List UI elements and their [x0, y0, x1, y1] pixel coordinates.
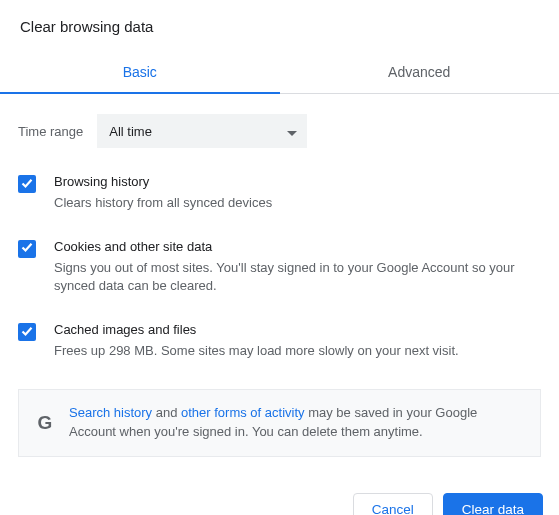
dialog-title: Clear browsing data: [0, 0, 559, 51]
option-text: Browsing history Clears history from all…: [54, 174, 541, 213]
notice-text: Search history and other forms of activi…: [69, 404, 524, 442]
option-browsing-history: Browsing history Clears history from all…: [18, 174, 541, 239]
link-search-history[interactable]: Search history: [69, 405, 152, 420]
option-desc: Signs you out of most sites. You'll stay…: [54, 259, 541, 297]
chevron-down-icon: [287, 124, 297, 139]
clear-data-button[interactable]: Clear data: [443, 493, 543, 515]
dialog-actions: Cancel Clear data: [0, 457, 559, 515]
option-title: Browsing history: [54, 174, 541, 191]
google-logo-icon: G: [35, 412, 55, 434]
check-icon: [20, 324, 34, 341]
option-desc: Frees up 298 MB. Some sites may load mor…: [54, 342, 541, 361]
option-desc: Clears history from all synced devices: [54, 194, 541, 213]
time-range-select[interactable]: All time: [97, 114, 307, 148]
check-icon: [20, 240, 34, 257]
time-range-row: Time range All time: [18, 100, 541, 174]
time-range-value: All time: [109, 124, 152, 139]
option-cookies: Cookies and other site data Signs you ou…: [18, 239, 541, 323]
tab-advanced[interactable]: Advanced: [280, 51, 560, 93]
dialog-body: Time range All time Browsing history Cle…: [0, 94, 559, 457]
checkbox-cache[interactable]: [18, 323, 36, 341]
link-other-activity[interactable]: other forms of activity: [181, 405, 305, 420]
tab-basic[interactable]: Basic: [0, 51, 280, 93]
option-title: Cookies and other site data: [54, 239, 541, 256]
option-title: Cached images and files: [54, 322, 541, 339]
checkbox-browsing-history[interactable]: [18, 175, 36, 193]
option-text: Cookies and other site data Signs you ou…: [54, 239, 541, 297]
option-text: Cached images and files Frees up 298 MB.…: [54, 322, 541, 361]
google-account-notice: G Search history and other forms of acti…: [18, 389, 541, 457]
check-icon: [20, 176, 34, 193]
option-cache: Cached images and files Frees up 298 MB.…: [18, 322, 541, 387]
checkbox-cookies[interactable]: [18, 240, 36, 258]
clear-browsing-data-dialog: Clear browsing data Basic Advanced Time …: [0, 0, 559, 515]
tab-strip: Basic Advanced: [0, 51, 559, 94]
cancel-button[interactable]: Cancel: [353, 493, 433, 515]
time-range-label: Time range: [18, 124, 83, 139]
